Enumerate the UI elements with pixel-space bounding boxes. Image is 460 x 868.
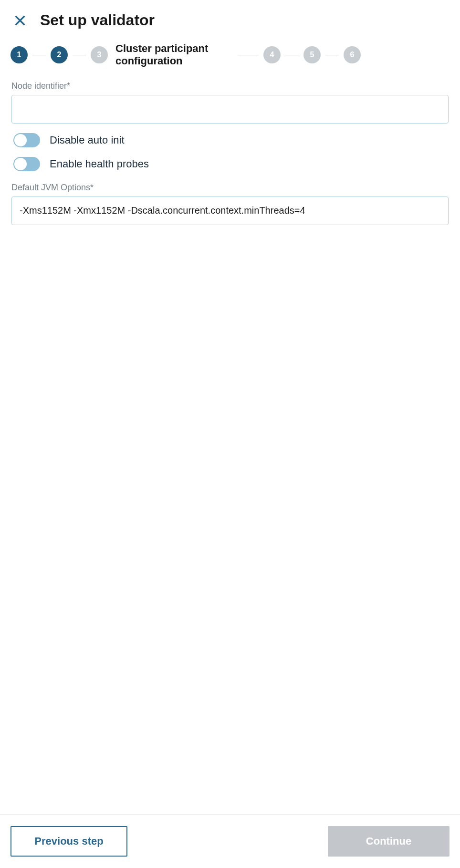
step-connector bbox=[73, 55, 86, 55]
step-4[interactable]: 4 bbox=[263, 46, 281, 63]
progress-stepper: 1 2 3 Cluster participant configuration … bbox=[0, 38, 460, 81]
page-title: Set up validator bbox=[40, 11, 155, 29]
step-2[interactable]: 2 bbox=[51, 46, 68, 63]
step-3[interactable]: 3 bbox=[91, 46, 108, 63]
node-identifier-field: Node identifier* bbox=[11, 81, 449, 124]
continue-button[interactable]: Continue bbox=[328, 826, 450, 857]
node-identifier-input[interactable] bbox=[11, 95, 449, 124]
disable-auto-init-row: Disable auto init bbox=[13, 133, 447, 147]
step-connector bbox=[32, 55, 46, 55]
enable-health-probes-toggle[interactable] bbox=[13, 157, 40, 171]
step-6[interactable]: 6 bbox=[344, 46, 361, 63]
enable-health-probes-row: Enable health probes bbox=[13, 157, 447, 171]
step-connector bbox=[238, 55, 259, 55]
previous-step-button[interactable]: Previous step bbox=[10, 826, 127, 857]
disable-auto-init-label: Disable auto init bbox=[50, 134, 125, 146]
disable-auto-init-toggle[interactable] bbox=[13, 133, 40, 147]
jvm-options-input[interactable] bbox=[11, 196, 449, 225]
node-identifier-label: Node identifier* bbox=[11, 81, 449, 91]
form-area: Node identifier* Disable auto init Enabl… bbox=[0, 81, 460, 225]
jvm-options-field: Default JVM Options* bbox=[11, 183, 449, 225]
enable-health-probes-label: Enable health probes bbox=[50, 158, 149, 170]
jvm-options-label: Default JVM Options* bbox=[11, 183, 449, 193]
step-5[interactable]: 5 bbox=[303, 46, 321, 63]
dialog-header: Set up validator bbox=[0, 0, 460, 38]
step-1[interactable]: 1 bbox=[10, 46, 28, 63]
dialog-footer: Previous step Continue bbox=[0, 814, 460, 868]
step-connector bbox=[325, 55, 339, 55]
close-icon[interactable] bbox=[13, 14, 27, 27]
step-3-label: Cluster participant configuration bbox=[115, 42, 225, 68]
step-connector bbox=[285, 55, 299, 55]
